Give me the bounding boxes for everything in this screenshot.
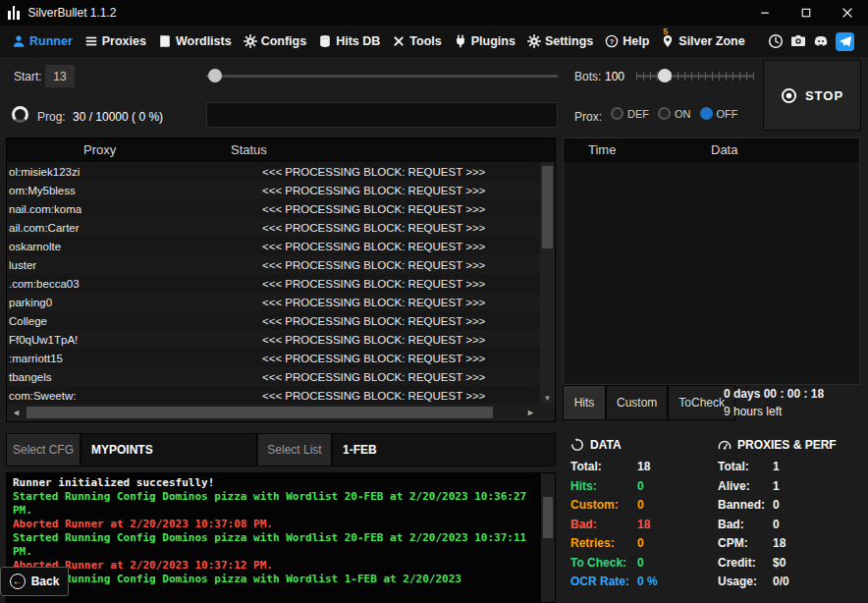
stat-label: To Check: xyxy=(570,556,637,570)
combo-cell: tbangels xyxy=(7,371,228,383)
minimize-button[interactable] xyxy=(744,0,786,26)
maximize-button[interactable] xyxy=(786,0,827,26)
stat-row: Bad:18 xyxy=(570,518,710,531)
bots-value: 100 xyxy=(605,70,624,83)
stat-label: Bad: xyxy=(718,518,773,531)
nav-item-configs[interactable]: Configs xyxy=(238,26,313,57)
slider-thumb[interactable] xyxy=(658,69,672,82)
svg-text:?: ? xyxy=(610,37,615,46)
stat-label: OCR Rate: xyxy=(570,575,637,588)
back-button[interactable]: ← Back xyxy=(0,567,69,596)
nav-item-plugins[interactable]: Plugins xyxy=(448,26,521,57)
close-button[interactable] xyxy=(827,0,868,26)
slider-ticks xyxy=(636,72,754,81)
table-row[interactable]: ol:misiek123zi<<< PROCESSING BLOCK: REQU… xyxy=(7,162,540,181)
tab-custom[interactable]: Custom xyxy=(606,385,668,420)
bots-slider[interactable] xyxy=(636,69,754,82)
table-row[interactable]: oskarnolte<<< PROCESSING BLOCK: REQUEST … xyxy=(7,237,540,255)
nav-item-wordlists[interactable]: Wordlists xyxy=(152,26,238,57)
proxies-section-icon xyxy=(718,438,732,452)
stat-row: Usage:0/0 xyxy=(718,575,860,588)
stop-button[interactable]: STOP xyxy=(764,61,860,130)
camera-icon[interactable] xyxy=(790,33,806,49)
proxies-stats-rows: Total:1Alive:1Banned:0Bad:0CPM:18Credit:… xyxy=(718,460,860,588)
stat-label: Banned: xyxy=(718,498,773,512)
combo-cell: .com:becca03 xyxy=(7,278,228,290)
combo-cell: luster xyxy=(7,259,228,271)
nav-item-runner[interactable]: Runner xyxy=(6,26,79,57)
select-list-button[interactable]: Select List xyxy=(257,433,332,466)
stat-value: 1 xyxy=(773,479,780,493)
table-row[interactable]: tbangels<<< PROCESSING BLOCK: REQUEST >>… xyxy=(7,367,540,386)
current-combo-box xyxy=(206,102,558,128)
nav-item-settings[interactable]: Settings xyxy=(521,26,599,57)
quick-icons xyxy=(768,32,862,51)
stat-row: Bad:0 xyxy=(718,518,860,531)
telegram-icon[interactable] xyxy=(836,32,854,51)
status-cell: <<< PROCESSING BLOCK: REQUEST >>> xyxy=(228,203,485,215)
stat-label: Alive: xyxy=(718,479,773,493)
stat-row: CPM:18 xyxy=(718,536,860,550)
table-row[interactable]: parking0<<< PROCESSING BLOCK: REQUEST >>… xyxy=(7,293,540,311)
vertical-scrollbar[interactable]: ▲ ▼ xyxy=(540,162,555,404)
stat-value: 0 xyxy=(637,479,644,493)
app-window: SilverBullet 1.1.2 RunnerProxiesWordlist… xyxy=(0,0,868,603)
data-stats-rows: Total:18Hits:0Custom:0Bad:18Retries:0To … xyxy=(570,460,710,588)
discord-icon[interactable] xyxy=(813,33,829,49)
prox-option-def[interactable]: DEF xyxy=(611,107,649,120)
log-lines: Runner initialized succesfully!Started R… xyxy=(13,476,537,602)
combo-cell: College xyxy=(7,315,228,327)
nav-bar: RunnerProxiesWordlistsConfigsHits DBTool… xyxy=(0,26,868,57)
nav-item-label: Settings xyxy=(545,34,593,48)
prox-option-on[interactable]: ON xyxy=(658,107,691,120)
scroll-down-arrow-icon[interactable]: ▼ xyxy=(540,394,555,403)
results-table-header: Proxy Status xyxy=(7,138,555,162)
horizontal-scrollbar[interactable]: ◄ ► xyxy=(7,404,540,421)
scroll-right-arrow-icon[interactable]: ► xyxy=(526,408,535,417)
tab-hits[interactable]: Hits xyxy=(563,385,606,420)
proxy-column-header: Proxy xyxy=(83,142,116,157)
combo-cell: com:Sweetw: xyxy=(7,390,228,402)
clock-icon[interactable] xyxy=(768,33,784,49)
prox-option-off[interactable]: OFF xyxy=(700,107,738,120)
nav-item-label: Proxies xyxy=(102,34,146,48)
start-input[interactable] xyxy=(45,65,75,87)
timer: 0 days 00 : 00 : 18 9 hours left xyxy=(724,387,861,418)
table-row[interactable]: College<<< PROCESSING BLOCK: REQUEST >>> xyxy=(7,311,540,330)
pin-icon xyxy=(661,34,675,48)
table-row[interactable]: nail.com:koma<<< PROCESSING BLOCK: REQUE… xyxy=(7,199,540,218)
console-scrollbar[interactable] xyxy=(541,473,555,602)
stat-value: 0/0 xyxy=(773,575,789,588)
nav-item-silver-zone[interactable]: 5Silver Zone xyxy=(655,26,750,57)
stat-row: To Check:0 xyxy=(570,556,710,570)
time-remaining: 9 hours left xyxy=(724,405,861,418)
table-row[interactable]: luster<<< PROCESSING BLOCK: REQUEST >>> xyxy=(7,255,540,274)
scroll-left-arrow-icon[interactable]: ◄ xyxy=(12,408,21,417)
table-row[interactable]: om:My5bless<<< PROCESSING BLOCK: REQUEST… xyxy=(7,181,540,199)
data-stats-section: DATA Total:18Hits:0Custom:0Bad:18Retries… xyxy=(570,438,710,594)
nav-item-help[interactable]: ?Help xyxy=(599,26,655,57)
scrollbar-thumb[interactable] xyxy=(542,166,553,248)
status-column-header: Status xyxy=(231,142,267,157)
slider-thumb[interactable] xyxy=(208,69,222,82)
start-slider[interactable] xyxy=(206,69,558,82)
stat-row: Banned:0 xyxy=(718,498,860,512)
table-row[interactable]: :marriott15<<< PROCESSING BLOCK: REQUEST… xyxy=(7,349,540,367)
nav-item-proxies[interactable]: Proxies xyxy=(79,26,152,57)
table-row[interactable]: Ff0qUw1TpA!<<< PROCESSING BLOCK: REQUEST… xyxy=(7,330,540,349)
nav-item-hits-db[interactable]: Hits DB xyxy=(312,26,386,57)
table-row[interactable]: com:Sweetw:<<< PROCESSING BLOCK: REQUEST… xyxy=(7,386,540,404)
scrollbar-thumb[interactable] xyxy=(27,407,493,418)
monitor-table-header: Time Data xyxy=(564,138,859,162)
table-row[interactable]: .com:becca03<<< PROCESSING BLOCK: REQUES… xyxy=(7,274,540,293)
table-row[interactable]: ail.com:Carter<<< PROCESSING BLOCK: REQU… xyxy=(7,218,540,237)
nav-item-tools[interactable]: Tools xyxy=(386,26,447,57)
window-controls xyxy=(744,0,868,26)
start-label: Start: xyxy=(14,70,42,83)
list-icon xyxy=(84,34,98,48)
prox-radio-group: DEFONOFF xyxy=(611,107,738,120)
scrollbar-thumb[interactable] xyxy=(543,497,553,538)
stat-value: 18 xyxy=(637,518,650,531)
book-icon xyxy=(158,34,172,48)
select-cfg-button[interactable]: Select CFG xyxy=(6,433,81,466)
